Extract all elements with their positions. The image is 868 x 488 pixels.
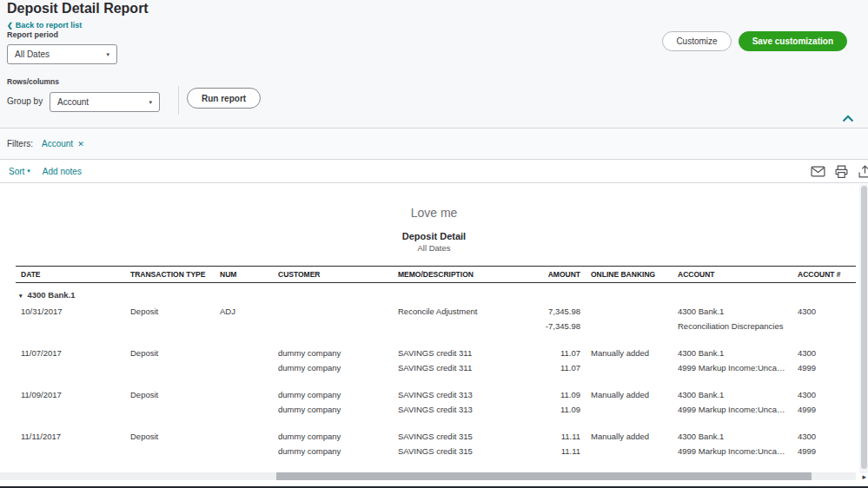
cell-account: 4300 Bank.1: [673, 304, 792, 319]
export-icon[interactable]: [858, 164, 868, 179]
cell-account: 4999 Markup Income:Uncategor...: [673, 360, 792, 375]
caret-down-icon: ▾: [149, 99, 152, 106]
chevron-left-icon: ❮: [7, 22, 13, 30]
save-customization-button[interactable]: Save customization: [739, 31, 847, 51]
cell-transaction-type: Deposit: [125, 429, 215, 444]
cell-account-number: 4300: [792, 429, 856, 444]
group-by-value: Account: [57, 97, 89, 107]
cell-num: [215, 360, 273, 375]
cell-memo-description: SAVINGS credit 313: [393, 402, 507, 417]
print-icon[interactable]: [834, 164, 849, 179]
cell-memo-description: SAVINGS credit 313: [393, 387, 507, 402]
cell-transaction-type: [125, 319, 215, 333]
cell-transaction-type: Deposit: [125, 387, 215, 402]
cell-amount: 11.11: [507, 444, 586, 458]
cell-num: [215, 429, 273, 444]
table-row[interactable]: 11/07/2017Depositdummy companySAVINGS cr…: [16, 346, 856, 360]
vertical-scrollbar[interactable]: [859, 184, 868, 473]
cell-num: [215, 346, 273, 360]
report-subtitle: All Dates: [0, 243, 868, 253]
column-header-num: NUM: [215, 267, 273, 283]
table-row[interactable]: dummy companySAVINGS credit 31311.094999…: [16, 402, 856, 417]
cell-memo-description: Reconcile Adjustment: [393, 304, 507, 319]
column-header-account-number: ACCOUNT #: [792, 267, 856, 283]
scroll-right-arrow-icon[interactable]: ▸: [862, 472, 866, 481]
cell-account-number: 4300: [792, 387, 856, 402]
rows-columns-label: Rows/columns: [7, 77, 59, 86]
table-row[interactable]: dummy companySAVINGS credit 31111.074999…: [16, 360, 856, 375]
cell-date: [16, 360, 125, 375]
cell-customer: dummy company: [273, 346, 393, 360]
cell-amount: 11.09: [507, 402, 586, 417]
chevron-up-icon: [842, 115, 854, 122]
cell-transaction-type: [125, 444, 215, 458]
customize-button[interactable]: Customize: [662, 31, 731, 51]
table-row[interactable]: 10/31/2017DepositADJReconcile Adjustment…: [16, 304, 856, 319]
cell-account-number: 4300: [792, 304, 856, 319]
cell-online-banking: Manually added: [586, 346, 673, 360]
toolbar-icons: [811, 164, 868, 179]
cell-account: Reconciliation Discrepancies: [673, 319, 792, 333]
cell-amount: 11.11: [507, 429, 586, 444]
group-row-4300-bank[interactable]: ▾4300 Bank.1: [16, 283, 856, 305]
cell-online-banking: [586, 319, 673, 333]
cell-num: ADJ: [215, 304, 273, 319]
vertical-scrollbar-thumb[interactable]: [861, 186, 867, 469]
column-header-account: ACCOUNT: [673, 267, 792, 283]
horizontal-scrollbar[interactable]: [0, 472, 856, 480]
group-by-dropdown[interactable]: Account ▾: [50, 92, 160, 112]
caret-down-icon: ▾: [27, 168, 30, 175]
report-period-value: All Dates: [15, 49, 50, 59]
cell-transaction-type: Deposit: [125, 346, 215, 360]
add-notes-label: Add notes: [43, 167, 82, 176]
table-row[interactable]: 11/09/2017Depositdummy companySAVINGS cr…: [16, 387, 856, 402]
cell-account: 4999 Markup Income:Uncategor...: [673, 402, 792, 417]
cell-num: [215, 444, 273, 458]
add-notes-link[interactable]: Add notes: [43, 167, 82, 176]
cell-date: 11/11/2017: [16, 429, 125, 444]
report-title: Deposit Detail: [0, 231, 868, 241]
caret-down-icon: ▾: [106, 51, 109, 58]
cell-date: 11/07/2017: [16, 346, 125, 360]
group-by-label: Group by: [7, 96, 43, 106]
report-period-dropdown[interactable]: All Dates ▾: [7, 44, 117, 64]
cell-num: [215, 387, 273, 402]
back-link-label: Back to report list: [16, 21, 83, 30]
report-table: DATETRANSACTION TYPENUMCUSTOMERMEMO/DESC…: [16, 266, 856, 458]
cell-online-banking: [586, 402, 673, 417]
cell-online-banking: [586, 304, 673, 319]
column-header-amount: AMOUNT: [507, 267, 586, 283]
cell-online-banking: [586, 444, 673, 458]
cell-online-banking: Manually added: [586, 429, 673, 444]
filter-chip-account[interactable]: Account ✕: [42, 139, 84, 148]
spacer-row: [16, 333, 856, 346]
cell-customer: [273, 319, 393, 333]
table-row[interactable]: 11/11/2017Depositdummy companySAVINGS cr…: [16, 429, 856, 444]
cell-account: 4999 Markup Income:Uncategor...: [673, 444, 792, 458]
run-report-button[interactable]: Run report: [187, 88, 261, 109]
close-icon[interactable]: ✕: [77, 140, 84, 148]
collapse-panel-button[interactable]: [840, 112, 856, 125]
filters-label: Filters:: [7, 139, 33, 148]
cell-memo-description: SAVINGS credit 315: [393, 444, 507, 458]
back-to-report-list-link[interactable]: ❮ Back to report list: [7, 21, 82, 30]
sort-menu[interactable]: Sort ▾: [9, 167, 30, 176]
email-icon[interactable]: [811, 164, 825, 179]
column-header-date: DATE: [16, 267, 125, 283]
report-controls-area: Deposit Detail Report ❮ Back to report l…: [0, 0, 868, 129]
cell-account-number: 4999: [792, 360, 856, 375]
table-row[interactable]: dummy companySAVINGS credit 31511.114999…: [16, 444, 856, 458]
filters-row: Filters: Account ✕: [0, 129, 868, 160]
cell-customer: dummy company: [273, 444, 393, 458]
cell-customer: dummy company: [273, 360, 393, 375]
horizontal-scrollbar-thumb[interactable]: [276, 472, 812, 480]
triangle-down-icon: ▾: [19, 293, 23, 299]
table-row[interactable]: -7,345.98Reconciliation Discrepancies: [16, 319, 856, 333]
cell-date: [16, 402, 125, 417]
cell-account-number: 4300: [792, 346, 856, 360]
cell-customer: dummy company: [273, 402, 393, 417]
column-header-transaction-type: TRANSACTION TYPE: [125, 267, 215, 283]
cell-date: 10/31/2017: [16, 304, 125, 319]
cell-amount: 11.09: [507, 387, 586, 402]
cell-online-banking: Manually added: [586, 387, 673, 402]
